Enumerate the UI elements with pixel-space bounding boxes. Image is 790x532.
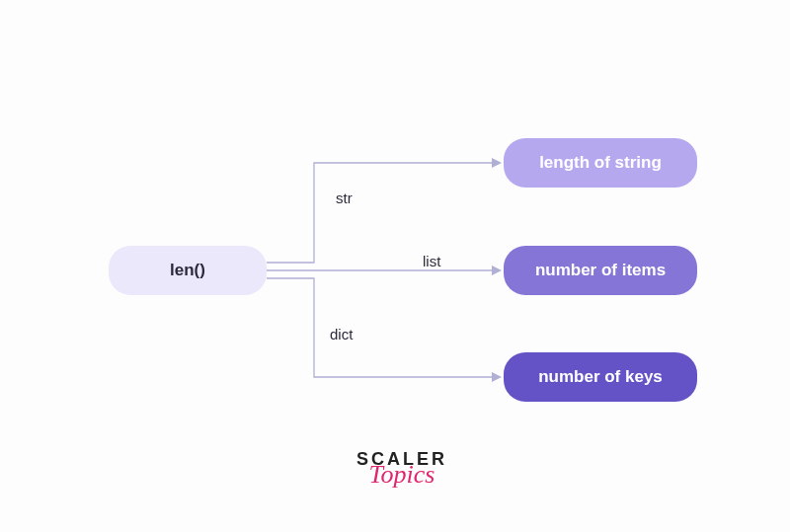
brand-logo: SCALER Topics <box>348 449 456 488</box>
output-node-dict: number of keys <box>504 352 697 402</box>
output-label-str: length of string <box>539 153 662 173</box>
output-node-list: number of items <box>504 246 697 295</box>
edge-label-str: str <box>332 190 356 206</box>
svg-marker-2 <box>492 372 502 382</box>
svg-marker-1 <box>492 266 502 275</box>
output-node-str: length of string <box>504 138 697 188</box>
source-node-len: len() <box>109 246 267 295</box>
output-label-list: number of items <box>535 261 666 280</box>
source-label: len() <box>170 261 205 280</box>
svg-marker-0 <box>492 158 502 168</box>
edge-label-list: list <box>419 253 444 269</box>
output-label-dict: number of keys <box>538 367 663 387</box>
diagram-canvas: len() length of string number of items n… <box>0 0 790 532</box>
edge-label-dict: dict <box>326 326 356 342</box>
